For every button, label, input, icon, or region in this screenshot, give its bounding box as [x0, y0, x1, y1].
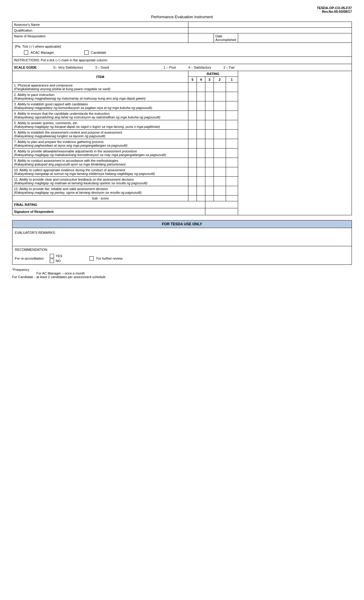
- rating-cell-3-col-3[interactable]: [205, 101, 214, 111]
- rating-cell-8-col-3[interactable]: [205, 148, 214, 158]
- respondent-label: Name of Respondent: [12, 33, 188, 43]
- rating-cell-9-col-2[interactable]: [214, 158, 226, 167]
- item-number: 4.: [14, 112, 17, 115]
- rating-cell-1-col-4[interactable]: [197, 83, 205, 92]
- rating-cell-5-col-4[interactable]: [197, 120, 205, 130]
- rating-cell-7-col-4[interactable]: [197, 139, 205, 148]
- rating-cell-9-col-5[interactable]: [188, 158, 197, 167]
- rating-cell-6-col-1[interactable]: [226, 130, 238, 139]
- assessors-name-value[interactable]: [188, 22, 352, 28]
- instructions-row: INSTRUCTIONS: Put a tick (✓) mark in the…: [12, 57, 352, 64]
- tick-row: [Pls. Tick (✓) where applicable] ACAC Ma…: [12, 43, 352, 57]
- subscore-2[interactable]: [214, 196, 226, 201]
- rating-cell-9-col-4[interactable]: [197, 158, 205, 167]
- rating-cell-1-col-3[interactable]: [205, 83, 214, 92]
- rating-cell-7-col-2[interactable]: [214, 139, 226, 148]
- rating-cell-1-col-1[interactable]: [226, 83, 238, 92]
- respondent-value[interactable]: [188, 33, 214, 43]
- rating-cell-10-col-2[interactable]: [214, 167, 226, 177]
- item-row-1: 1. Physical appearance and composure(Pan…: [12, 83, 352, 92]
- rating-cell-11-col-4[interactable]: [197, 177, 205, 186]
- rating-cell-10-col-4[interactable]: [197, 167, 205, 177]
- rating-cell-12-col-4[interactable]: [197, 186, 205, 196]
- rating-cell-10-col-3[interactable]: [205, 167, 214, 177]
- item-italic: (Kakayahang magbigay ng malinaw at taman…: [14, 181, 147, 185]
- rating-cell-3-col-5[interactable]: [188, 101, 197, 111]
- scale-guide-row: SCALE GUIDE 5– Very Satisfactory 3 – Goo…: [12, 64, 352, 71]
- candidate-checkbox[interactable]: [84, 50, 89, 55]
- rating-cell-7-col-5[interactable]: [188, 139, 197, 148]
- instructions-text: INSTRUCTIONS: Put a tick (✓) mark in the…: [12, 57, 352, 64]
- qualification-label: Qualification: [12, 28, 188, 33]
- rating-cell-6-col-5[interactable]: [188, 130, 197, 139]
- rating-cell-3-col-2[interactable]: [214, 101, 226, 111]
- subscore-1[interactable]: [226, 196, 238, 201]
- subscore-3[interactable]: [205, 196, 214, 201]
- item-italic: (Kakayahang paghandaan at iayos ang mga …: [14, 144, 127, 147]
- rating-cell-3-col-1[interactable]: [226, 101, 238, 111]
- rating-cell-3-col-4[interactable]: [197, 101, 205, 111]
- rating-cell-12-col-3[interactable]: [205, 186, 214, 196]
- rating-cell-4-col-1[interactable]: [226, 111, 238, 120]
- rating-cell-1-col-5[interactable]: [188, 83, 197, 92]
- rating-cell-5-col-3[interactable]: [205, 120, 214, 130]
- item-number: 5.: [14, 121, 17, 125]
- rating-cell-2-col-1[interactable]: [226, 92, 238, 101]
- rating-cell-6-col-2[interactable]: [214, 130, 226, 139]
- rating-cell-9-col-3[interactable]: [205, 158, 214, 167]
- rating-cell-5-col-5[interactable]: [188, 120, 197, 130]
- acac-checkbox[interactable]: [24, 50, 28, 55]
- subscore-5[interactable]: [188, 196, 197, 201]
- further-review-checkbox[interactable]: [89, 256, 94, 261]
- rating-cell-10-col-1[interactable]: [226, 167, 238, 177]
- final-rating-value[interactable]: [205, 201, 238, 208]
- item-row-10: 10. Ability to collect appropriate evide…: [12, 167, 352, 177]
- rating-cell-8-col-4[interactable]: [197, 148, 205, 158]
- rating-cell-2-col-4[interactable]: [197, 92, 205, 101]
- rating-cell-12-col-5[interactable]: [188, 186, 197, 196]
- rating-cell-4-col-3[interactable]: [205, 111, 214, 120]
- tesda-header-cell: FOR TESDA USE ONLY: [12, 220, 352, 228]
- rating-cell-11-col-2[interactable]: [214, 177, 226, 186]
- rating-cell-8-col-1[interactable]: [226, 148, 238, 158]
- item-italic: (Kakayahang mangalap at sumuri ng mga ta…: [14, 172, 155, 176]
- rating-cell-2-col-5[interactable]: [188, 92, 197, 101]
- rating-cell-4-col-2[interactable]: [214, 111, 226, 120]
- rating-cell-11-col-1[interactable]: [226, 177, 238, 186]
- qualification-value[interactable]: [188, 28, 352, 33]
- rating-cell-2-col-3[interactable]: [205, 92, 214, 101]
- rating-cell-8-col-5[interactable]: [188, 148, 197, 158]
- rating-cell-12-col-2[interactable]: [214, 186, 226, 196]
- rating-cell-7-col-1[interactable]: [226, 139, 238, 148]
- rating-cell-6-col-4[interactable]: [197, 130, 205, 139]
- yes-label: YES: [56, 254, 62, 258]
- col-1: 1: [226, 77, 238, 83]
- rating-cell-10-col-5[interactable]: [188, 167, 197, 177]
- rating-cell-2-col-2[interactable]: [214, 92, 226, 101]
- item-text-10: 10. Ability to collect appropriate evide…: [12, 167, 188, 177]
- frequency-line2: For Candidate - at least 2 candidates pe…: [12, 275, 352, 279]
- rating-header: RATING: [188, 71, 238, 77]
- rating-cell-1-col-2[interactable]: [214, 83, 226, 92]
- rating-cell-4-col-5[interactable]: [188, 111, 197, 120]
- rating-cell-6-col-3[interactable]: [205, 130, 214, 139]
- no-checkbox[interactable]: [50, 259, 54, 263]
- rating-cell-8-col-2[interactable]: [214, 148, 226, 158]
- rating-cell-11-col-5[interactable]: [188, 177, 197, 186]
- rating-cell-11-col-3[interactable]: [205, 177, 214, 186]
- yes-checkbox[interactable]: [50, 254, 54, 258]
- rating-cell-4-col-4[interactable]: [197, 111, 205, 120]
- rating-cell-7-col-3[interactable]: [205, 139, 214, 148]
- item-row-2: 2. Ability to pace instruction(Kakayahan…: [12, 92, 352, 101]
- rating-cell-12-col-1[interactable]: [226, 186, 238, 196]
- candidate-label: Candidate: [91, 51, 106, 54]
- date-value[interactable]: [238, 33, 352, 43]
- item-header: ITEM: [12, 71, 188, 83]
- rating-cell-9-col-1[interactable]: [226, 158, 238, 167]
- subscore-4[interactable]: [197, 196, 205, 201]
- signature-value[interactable]: [205, 208, 238, 215]
- rating-cell-5-col-2[interactable]: [214, 120, 226, 130]
- rating-cell-5-col-1[interactable]: [226, 120, 238, 130]
- frequency-section: *Frequency For AC Manager – once a month…: [12, 268, 352, 279]
- item-number: 8.: [14, 149, 17, 153]
